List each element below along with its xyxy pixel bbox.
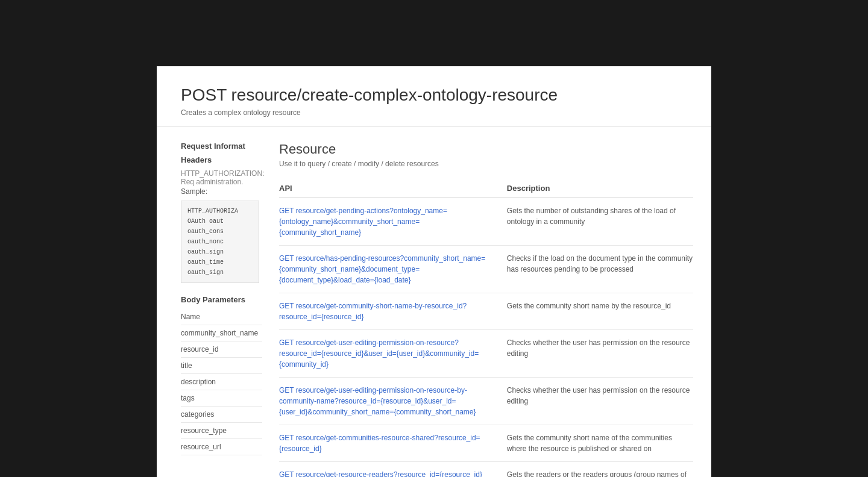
api-table: API Description GET resource/get-pending… xyxy=(279,179,693,477)
table-row: GET resource/get-user-editing-permission… xyxy=(279,378,693,425)
api-cell: GET resource/get-communities-resource-sh… xyxy=(279,425,507,462)
table-row: GET resource/get-resource-readers?resour… xyxy=(279,462,693,478)
api-cell: GET resource/get-resource-readers?resour… xyxy=(279,462,507,478)
api-link[interactable]: GET resource/get-communities-resource-sh… xyxy=(279,432,495,454)
param-categories: categories xyxy=(181,407,262,423)
main-body: Request Informat Headers HTTP_AUTHORIZAT… xyxy=(157,127,711,477)
param-tags: tags xyxy=(181,390,262,407)
api-link[interactable]: GET resource/get-pending-actions?ontolog… xyxy=(279,205,495,238)
description-cell: Gets the readers or the readers groups (… xyxy=(507,462,693,478)
api-link[interactable]: GET resource/get-community-short-name-by… xyxy=(279,301,495,322)
description-cell: Gets the number of outstanding shares of… xyxy=(507,198,693,246)
sample-box: HTTP_AUTHORIZA OAuth oaut oauth_cons oau… xyxy=(181,201,259,283)
sample-label: Sample: xyxy=(181,187,262,196)
param-name-col: Name xyxy=(181,309,262,325)
api-cell: GET resource/get-community-short-name-by… xyxy=(279,293,507,330)
page-wrapper: POST resource/create-complex-ontology-re… xyxy=(0,0,868,477)
api-link[interactable]: GET resource/get-user-editing-permission… xyxy=(279,337,495,370)
sample-line-5: oauth_sign xyxy=(187,247,253,257)
resource-title: Resource xyxy=(279,142,693,157)
api-link[interactable]: GET resource/get-user-editing-permission… xyxy=(279,385,495,417)
description-cell: Gets the community short name of the com… xyxy=(507,425,693,462)
table-row: GET resource/get-community-short-name-by… xyxy=(279,293,693,330)
page-subtitle: Creates a complex ontology resource xyxy=(181,108,687,117)
param-resource-url: resource_url xyxy=(181,439,262,455)
page-title: POST resource/create-complex-ontology-re… xyxy=(181,86,687,105)
api-link[interactable]: GET resource/get-resource-readers?resour… xyxy=(279,469,495,477)
resource-subtitle: Use it to query / create / modify / dele… xyxy=(279,160,693,168)
api-cell: GET resource/get-user-editing-permission… xyxy=(279,330,507,378)
col-header-api: API xyxy=(279,179,507,198)
table-row: GET resource/get-pending-actions?ontolog… xyxy=(279,198,693,246)
param-community-short-name: community_short_name xyxy=(181,325,262,341)
sample-line-3: oauth_cons xyxy=(187,226,253,237)
sample-line-4: oauth_nonc xyxy=(187,237,253,247)
top-section: POST resource/create-complex-ontology-re… xyxy=(157,66,711,127)
param-resource-id: resource_id xyxy=(181,341,262,358)
right-content: Resource Use it to query / create / modi… xyxy=(262,142,711,477)
request-info-title: Request Informat xyxy=(181,142,262,151)
http-auth-item: HTTP_AUTHORIZATION: Req administration. xyxy=(181,169,262,186)
body-params-title: Body Parameters xyxy=(181,295,262,304)
table-row: GET resource/get-communities-resource-sh… xyxy=(279,425,693,462)
col-header-description: Description xyxy=(507,179,693,198)
param-resource-type: resource_type xyxy=(181,423,262,439)
content-card: POST resource/create-complex-ontology-re… xyxy=(157,66,711,477)
description-cell: Checks whether the user has permission o… xyxy=(507,378,693,425)
param-description: description xyxy=(181,374,262,390)
sample-line-6: oauth_time xyxy=(187,257,253,267)
api-cell: GET resource/get-user-editing-permission… xyxy=(279,378,507,425)
headers-title: Headers xyxy=(181,155,262,164)
table-row: GET resource/has-pending-resources?commu… xyxy=(279,246,693,293)
api-cell: GET resource/get-pending-actions?ontolog… xyxy=(279,198,507,246)
api-link[interactable]: GET resource/has-pending-resources?commu… xyxy=(279,253,495,285)
sample-line-7: oauth_sign xyxy=(187,267,253,278)
description-cell: Checks whether the user has permission o… xyxy=(507,330,693,378)
sidebar: Request Informat Headers HTTP_AUTHORIZAT… xyxy=(157,142,262,477)
param-title: title xyxy=(181,358,262,374)
http-auth-label: HTTP_AUTHORIZATION xyxy=(181,169,262,178)
sample-line-2: OAuth oaut xyxy=(187,216,253,226)
description-cell: Checks if the load on the document type … xyxy=(507,246,693,293)
table-row: GET resource/get-user-editing-permission… xyxy=(279,330,693,378)
api-cell: GET resource/has-pending-resources?commu… xyxy=(279,246,507,293)
sample-line-1: HTTP_AUTHORIZA xyxy=(187,206,253,216)
description-cell: Gets the community short name by the res… xyxy=(507,293,693,330)
